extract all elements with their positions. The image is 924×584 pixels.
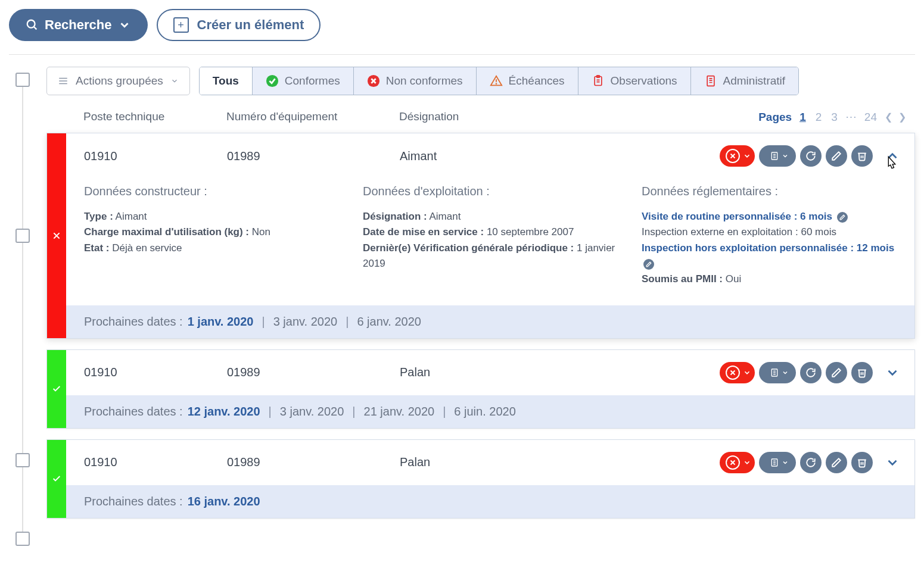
check-icon bbox=[52, 474, 61, 483]
edit-button[interactable] bbox=[826, 452, 847, 473]
numero-value: 01989 bbox=[227, 366, 400, 379]
design-value: Palan bbox=[400, 366, 720, 379]
date-next: 6 janv. 2020 bbox=[357, 315, 421, 329]
search-label: Recherche bbox=[45, 17, 112, 33]
check-circle-icon bbox=[266, 74, 279, 88]
page-2[interactable]: 2 bbox=[814, 111, 824, 124]
checkbox-column bbox=[9, 67, 36, 546]
row-checkbox[interactable] bbox=[15, 453, 30, 467]
status-stripe-red bbox=[47, 133, 66, 338]
collapse-toggle[interactable] bbox=[879, 148, 906, 164]
status-stripe-green bbox=[47, 440, 66, 518]
delete-button[interactable] bbox=[851, 362, 873, 383]
chevron-down-icon bbox=[782, 459, 789, 466]
row-checkbox[interactable] bbox=[15, 229, 30, 243]
equipment-row: 01910 01989 Aimant bbox=[46, 133, 915, 339]
delete-button[interactable] bbox=[851, 452, 873, 473]
tab-admin[interactable]: Administratif bbox=[691, 67, 799, 95]
svg-point-11 bbox=[496, 83, 496, 84]
date-first: 16 janv. 2020 bbox=[188, 495, 260, 508]
expand-toggle[interactable] bbox=[879, 455, 906, 470]
alert-triangle-icon bbox=[490, 74, 503, 88]
routine-link[interactable]: Visite de routine personnalisée : 6 mois bbox=[642, 211, 832, 222]
expand-toggle[interactable] bbox=[879, 365, 906, 380]
tab-all[interactable]: Tous bbox=[200, 67, 253, 95]
select-all-checkbox[interactable] bbox=[15, 73, 30, 87]
constructeur-title: Données constructeur : bbox=[84, 185, 339, 198]
status-action-button[interactable] bbox=[720, 145, 755, 167]
numero-value: 01989 bbox=[227, 455, 400, 469]
create-button[interactable]: + Créer un élément bbox=[157, 9, 321, 41]
pencil-icon bbox=[831, 151, 842, 161]
table-header: Poste technique Numéro d'équipement Dési… bbox=[46, 95, 915, 133]
hors-link[interactable]: Inspection hors exploitation personnalis… bbox=[642, 242, 894, 254]
document-action-button[interactable] bbox=[759, 452, 796, 473]
edit-button[interactable] bbox=[826, 145, 847, 167]
equipment-row: 01910 01989 Palan Prochaines dates : 12 … bbox=[46, 349, 915, 429]
edit-badge-icon[interactable] bbox=[837, 212, 848, 223]
page-last[interactable]: 24 bbox=[863, 111, 879, 124]
plus-icon: + bbox=[173, 17, 189, 33]
tab-deadlines[interactable]: Échéances bbox=[477, 67, 578, 95]
pencil-icon bbox=[831, 457, 842, 468]
row-checkbox[interactable] bbox=[15, 532, 30, 546]
svg-point-5 bbox=[266, 75, 278, 87]
status-action-button[interactable] bbox=[720, 452, 755, 473]
reglementaire-title: Données réglementaires : bbox=[642, 185, 897, 198]
tab-nonconforming[interactable]: Non conformes bbox=[354, 67, 477, 95]
exploitation-title: Données d'exploitation : bbox=[363, 185, 618, 198]
page-prev[interactable]: ❮ bbox=[885, 111, 892, 123]
svg-point-0 bbox=[27, 20, 35, 28]
trash-icon bbox=[857, 457, 867, 468]
x-circle-icon bbox=[726, 366, 740, 380]
search-button[interactable]: Recherche bbox=[9, 9, 148, 41]
x-icon bbox=[52, 231, 61, 241]
delete-button[interactable] bbox=[851, 145, 873, 167]
refresh-button[interactable] bbox=[800, 362, 822, 383]
document-icon bbox=[770, 458, 779, 467]
status-action-button[interactable] bbox=[720, 362, 755, 383]
dates-label: Prochaines dates : bbox=[84, 315, 183, 329]
refresh-button[interactable] bbox=[800, 452, 822, 473]
edit-button[interactable] bbox=[826, 362, 847, 383]
edit-badge-icon[interactable] bbox=[643, 259, 654, 270]
col-header-poste: Poste technique bbox=[83, 110, 226, 124]
chevron-up-icon bbox=[885, 148, 900, 164]
trash-icon bbox=[857, 151, 867, 161]
poste-value: 01910 bbox=[84, 455, 227, 469]
trash-icon bbox=[857, 367, 867, 378]
search-icon bbox=[26, 18, 39, 32]
dates-bar: Prochaines dates : 16 janv. 2020 bbox=[66, 485, 914, 518]
refresh-button[interactable] bbox=[800, 145, 822, 167]
tab-observations[interactable]: Observations bbox=[578, 67, 691, 95]
chevron-down-icon bbox=[782, 152, 789, 160]
pencil-icon bbox=[831, 367, 842, 378]
externe-text: Inspection externe en exploitation : 60 … bbox=[642, 224, 897, 240]
page-3[interactable]: 3 bbox=[829, 111, 839, 124]
page-1[interactable]: 1 bbox=[798, 111, 808, 124]
pagination: Pages 1 2 3 ⋯ 24 ❮ ❯ bbox=[758, 110, 915, 124]
refresh-icon bbox=[805, 457, 816, 468]
tab-conforming[interactable]: Conformes bbox=[253, 67, 354, 95]
chevron-down-icon bbox=[743, 152, 751, 160]
check-icon bbox=[52, 384, 61, 394]
x-circle-icon bbox=[726, 455, 740, 470]
refresh-icon bbox=[805, 367, 816, 378]
date-next: 3 janv. 2020 bbox=[273, 315, 338, 329]
constructeur-col: Données constructeur : Type : Aimant Cha… bbox=[84, 185, 339, 288]
col-header-design: Désignation bbox=[399, 110, 758, 124]
document-action-button[interactable] bbox=[759, 145, 796, 167]
equipment-row: 01910 01989 Palan Prochaines dates : 16 … bbox=[46, 439, 915, 519]
bulk-actions-dropdown[interactable]: Actions groupées bbox=[46, 67, 190, 95]
pages-ellipsis: ⋯ bbox=[845, 110, 857, 124]
svg-line-1 bbox=[34, 27, 37, 30]
pages-label: Pages bbox=[758, 111, 792, 124]
bulk-actions-label: Actions groupées bbox=[76, 74, 163, 88]
page-next[interactable]: ❯ bbox=[898, 111, 906, 123]
col-header-numero: Numéro d'équipement bbox=[226, 110, 399, 124]
dates-bar: Prochaines dates : 1 janv. 2020 |3 janv.… bbox=[66, 305, 914, 338]
reglementaire-col: Données réglementaires : Visite de routi… bbox=[642, 185, 897, 288]
poste-value: 01910 bbox=[84, 366, 227, 379]
document-action-button[interactable] bbox=[759, 362, 796, 383]
clipboard-icon bbox=[592, 74, 605, 88]
